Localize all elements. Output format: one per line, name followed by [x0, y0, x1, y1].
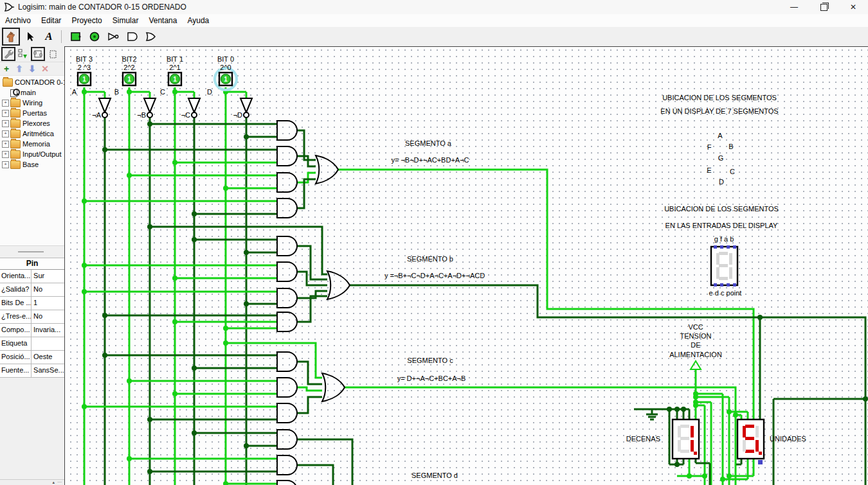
panel-splitter[interactable]	[0, 245, 64, 258]
select-tool-button[interactable]	[22, 28, 39, 45]
hierarchy-icon	[18, 49, 28, 59]
folder-icon	[10, 161, 21, 169]
svg-text:1: 1	[127, 76, 131, 83]
menu-proyecto[interactable]: Proyecto	[66, 16, 107, 25]
or-gate-tool-button[interactable]	[142, 28, 159, 45]
appearance-view-button[interactable]	[46, 48, 59, 60]
expander-icon[interactable]: +	[2, 100, 9, 107]
svg-text:UBICACION DE LOS SEGMENTOS: UBICACION DE LOS SEGMENTOS	[664, 205, 779, 213]
output-pin-tool-button[interactable]	[86, 28, 103, 45]
circuit-svg: 1 1 1 1 BIT 3 2 ^3	[65, 47, 868, 485]
attr-row: ¿Tres-e...No	[0, 310, 64, 324]
decenas-display[interactable]	[673, 419, 699, 459]
tree-item-aritmetica[interactable]: + Aritmética	[0, 128, 64, 139]
menu-simular[interactable]: Simular	[107, 16, 144, 25]
hierarchy-tool-button[interactable]	[17, 48, 30, 60]
folder-icon	[10, 99, 21, 107]
close-button[interactable]: ✕	[838, 0, 868, 14]
routing-wires	[298, 130, 868, 485]
svg-text:1: 1	[224, 76, 228, 83]
expander-icon[interactable]: +	[2, 110, 9, 117]
move-down-button[interactable]: ⬇	[26, 64, 39, 74]
svg-text:BIT 1: BIT 1	[167, 55, 183, 63]
tree-item-base[interactable]: + Base	[0, 159, 64, 170]
hand-tool-button[interactable]	[2, 28, 20, 46]
svg-text:VCC: VCC	[688, 323, 703, 331]
svg-text:F: F	[707, 143, 712, 151]
and-gates[interactable]	[277, 121, 297, 485]
and-gate-tool-button[interactable]	[123, 28, 140, 45]
menu-ventana[interactable]: Ventana	[143, 16, 182, 25]
delete-button[interactable]: ✕	[39, 64, 51, 74]
svg-text:e d c point: e d c point	[709, 289, 742, 297]
not-gate-tool-button[interactable]	[105, 28, 122, 45]
attr-row: Bits De ...1	[0, 297, 64, 310]
svg-text:2^1: 2^1	[169, 64, 180, 71]
wrench-tool-button[interactable]	[1, 47, 15, 61]
svg-text:D: D	[719, 178, 724, 186]
splitter-handle[interactable]	[18, 251, 44, 252]
pin-bit3[interactable]: 1	[78, 73, 91, 85]
inverters[interactable]: ¬A ¬B ¬C ¬D	[92, 98, 252, 119]
attr-row: Compo...Invaria...	[0, 324, 64, 337]
tree-item-input-output[interactable]: + Input/Output	[0, 149, 64, 159]
attr-row: ¿Salida?No	[0, 283, 64, 297]
tree-item-plexores[interactable]: + Plexores	[0, 118, 64, 128]
move-up-button[interactable]: ⬆	[13, 64, 26, 74]
pin-bit0[interactable]: 1	[219, 73, 232, 85]
vcc-symbol	[691, 361, 701, 369]
signal-rails	[82, 87, 246, 485]
svg-text:2^0: 2^0	[220, 64, 231, 71]
svg-text:¬D: ¬D	[233, 111, 242, 119]
tree-item-puertas[interactable]: + Puertas	[0, 108, 64, 118]
pin-bit1[interactable]: 1	[168, 73, 181, 85]
not-gate-icon	[106, 30, 120, 43]
expander-icon[interactable]: +	[2, 120, 9, 127]
svg-text:g f a b: g f a b	[714, 235, 734, 243]
explorer-toolbar	[0, 46, 64, 62]
svg-text:BIT2: BIT2	[122, 55, 136, 63]
svg-text:B: B	[728, 143, 733, 150]
logisim-app-icon	[4, 2, 14, 12]
add-circuit-button[interactable]: +	[0, 64, 13, 74]
svg-text:UBICACION DE LOS SEGMENTOS: UBICACION DE LOS SEGMENTOS	[662, 94, 777, 101]
decenas-label: DECENAS	[626, 435, 660, 443]
svg-text:2 ^3: 2 ^3	[78, 64, 91, 71]
menu-editar[interactable]: Editar	[36, 16, 66, 25]
segment-c-expr: y= D+¬A¬C+BC+A¬B	[397, 375, 466, 382]
text-tool-button[interactable]: A	[41, 28, 57, 45]
attribute-table: Pin Orienta...Sur ¿Salida?No Bits De ...…	[0, 258, 64, 378]
svg-text:A: A	[72, 88, 77, 96]
input-pin-tool-button[interactable]	[68, 28, 84, 45]
minimize-button[interactable]: —	[779, 0, 809, 14]
folder-icon	[10, 109, 21, 118]
wrench-icon	[4, 49, 14, 59]
main-toolbar: A	[0, 27, 868, 47]
tree-item-project[interactable]: CONTADOR 0-15	[0, 77, 64, 87]
expander-icon[interactable]: +	[2, 130, 9, 137]
segment-c-title: SEGMENTO c	[407, 357, 453, 364]
text-tool-icon: A	[45, 30, 52, 43]
attr-row: Fuente...SansSe...	[0, 364, 64, 378]
menu-archivo[interactable]: Archivo	[0, 16, 36, 25]
svg-text:G: G	[718, 154, 724, 162]
svg-text:TENSION: TENSION	[680, 332, 712, 340]
tree-item-wiring[interactable]: + Wiring	[0, 98, 64, 108]
tree-item-main[interactable]: main	[0, 87, 64, 98]
menu-ayuda[interactable]: Ayuda	[182, 16, 214, 25]
circuit-canvas[interactable]: 1 1 1 1 BIT 3 2 ^3	[64, 46, 868, 485]
svg-text:B: B	[114, 88, 119, 96]
segment-b-output-wire	[350, 285, 865, 485]
pin-bit2[interactable]: 1	[123, 73, 136, 85]
svg-text:1: 1	[173, 76, 177, 83]
and-gate-icon	[125, 30, 139, 43]
unidades-display[interactable]	[737, 419, 764, 464]
layout-view-button[interactable]	[31, 47, 45, 61]
svg-text:BIT 3: BIT 3	[76, 55, 93, 63]
expander-icon[interactable]: +	[2, 151, 9, 158]
tree-item-memoria[interactable]: + Memoria	[0, 139, 64, 149]
restore-button[interactable]	[809, 0, 838, 14]
expander-icon[interactable]: +	[2, 141, 9, 148]
expander-icon[interactable]: +	[2, 161, 9, 168]
segment-b-title: SEGMENTO b	[407, 255, 453, 263]
